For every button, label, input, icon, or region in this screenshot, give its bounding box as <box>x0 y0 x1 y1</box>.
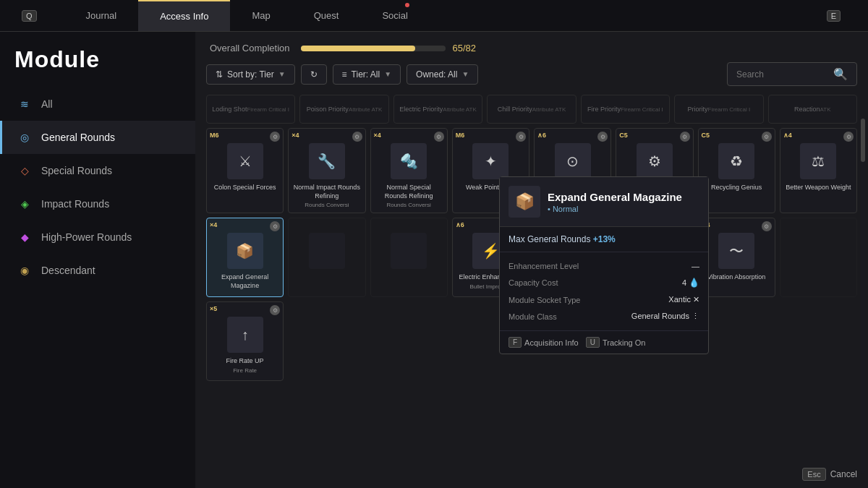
sidebar-item-special[interactable]: ◇ Special Rounds <box>0 154 195 187</box>
nav-q-key: Q <box>0 0 64 31</box>
module-name: Fire Rate UP <box>226 357 264 366</box>
tier-badge: ×4 <box>210 221 217 228</box>
completion-track <box>301 46 446 51</box>
partial-card-5[interactable]: Priority Firearm Critical I <box>674 95 763 124</box>
tier-badge: M6 <box>210 132 219 139</box>
sort-button[interactable]: ⇅ Sort by: Tier ▼ <box>206 64 295 85</box>
nav-journal[interactable]: Journal <box>64 0 139 31</box>
module-icon: ♻ <box>718 143 754 179</box>
partial-card-6[interactable]: Reaction ATK <box>768 95 857 124</box>
module-card-placeholder <box>780 218 857 297</box>
module-name: Normal Special Rounds Refining <box>375 184 443 200</box>
module-card-better-weapon-weight[interactable]: ∧4 ⚙ ⚖ Better Weapon Weight <box>780 128 857 213</box>
search-container[interactable]: 🔍 <box>727 62 857 86</box>
partial-sub-1: Attribute ATK <box>349 106 383 113</box>
gear-icon: ⚙ <box>270 132 280 142</box>
owned-arrow-icon: ▼ <box>461 70 469 78</box>
special-rounds-icon: ◇ <box>17 163 33 179</box>
tooltip-effect-value: +13% <box>593 234 616 244</box>
scrollbar-thumb[interactable] <box>861 119 865 162</box>
tooltip-row-enhancement: Enhancement Level — <box>500 258 708 274</box>
completion-bar: Overall Completion 65/82 <box>206 43 857 53</box>
module-card-impact-refining[interactable]: ×4 ⚙ 🔧 Normal Impact Rounds Refining Rou… <box>288 128 365 213</box>
module-card-expand-general-mag[interactable]: ×4 ⚙ 📦 Expand General Magazine <box>206 218 284 297</box>
filter-row: ⇅ Sort by: Tier ▼ ↻ ≡ Tier: All ▼ Owned:… <box>206 62 857 86</box>
partial-sub-5: Firearm Critical I <box>708 106 751 113</box>
partial-card-4[interactable]: Fire Priority Firearm Critical I <box>581 95 670 124</box>
search-icon[interactable]: 🔍 <box>833 67 848 81</box>
sidebar-label-all: All <box>41 98 53 110</box>
tier-arrow-icon: ▼ <box>384 70 391 78</box>
nav-access-info[interactable]: Access Info <box>138 0 230 31</box>
module-card-fire-rate-up[interactable]: ×5 ⚙ ↑ Fire Rate UP Fire Rate <box>206 301 284 381</box>
partial-card-0[interactable]: Loding Shot Firearm Critical I <box>206 95 295 124</box>
module-sub: Rounds Conversi <box>386 202 430 208</box>
module-icon: ⚙ <box>637 143 673 179</box>
module-card-vibration-absorption[interactable]: ∧4 ⚙ 〜 Vibration Absorption <box>698 218 775 297</box>
module-sub: Rounds Conversi <box>305 202 349 208</box>
module-icon: 📦 <box>227 233 263 269</box>
tier-badge: ∧6 <box>537 132 546 139</box>
content-area: Overall Completion 65/82 ⇅ Sort by: Tier… <box>195 32 868 488</box>
nav-quest[interactable]: Quest <box>292 0 361 31</box>
module-card-empty-1 <box>288 218 365 297</box>
sidebar-label-special: Special Rounds <box>41 165 112 176</box>
sort-arrow-icon: ▼ <box>278 70 286 78</box>
module-card-special-refining[interactable]: ×4 ⚙ 🔩 Normal Special Rounds Refining Ro… <box>370 128 448 213</box>
acq-key: F <box>509 337 522 348</box>
tier-filter-button[interactable]: ≡ Tier: All ▼ <box>333 64 401 85</box>
module-icon: 🔧 <box>309 143 345 179</box>
partial-card-3[interactable]: Chill Priority Attribute ATK <box>487 95 576 124</box>
search-input[interactable] <box>736 69 833 80</box>
sidebar-item-general[interactable]: ◎ General Rounds <box>0 121 195 154</box>
tooltip-footer[interactable]: F Acquisition Info U Tracking On <box>500 330 708 354</box>
tier-badge: ∧4 <box>783 132 792 139</box>
module-icon: 〜 <box>718 233 754 269</box>
tracking-button[interactable]: U Tracking On <box>586 337 646 348</box>
sidebar-item-all[interactable]: ≋ All <box>0 87 195 121</box>
module-name: Expand General Magazine <box>211 273 278 290</box>
partial-name-6: Reaction <box>794 106 820 113</box>
tooltip-module-icon: 📦 <box>509 186 540 218</box>
sidebar-item-descendant[interactable]: ◉ Descendant <box>0 254 195 287</box>
gear-icon: ⚙ <box>762 221 772 231</box>
sidebar-item-impact[interactable]: ◈ Impact Rounds <box>0 187 195 221</box>
track-key: U <box>586 337 600 348</box>
module-card-colon-special[interactable]: M6 ⚙ ⚔ Colon Special Forces <box>206 128 284 213</box>
tooltip-row-capacity: Capacity Cost 4 💧 <box>500 274 708 291</box>
acquisition-info-button[interactable]: F Acquisition Info <box>509 337 579 348</box>
empty-slot <box>391 233 427 269</box>
social-label: Social <box>382 10 407 21</box>
socket-label: Module Socket Type <box>509 296 580 304</box>
enhancement-value: — <box>692 262 699 270</box>
nav-map[interactable]: Map <box>230 0 292 31</box>
tier-icon: ≡ <box>342 69 347 80</box>
main-layout: Module ≋ All ◎ General Rounds ◇ Special … <box>0 32 868 488</box>
tier-badge: ×5 <box>210 305 217 312</box>
module-card-recycling-genius[interactable]: C5 ⚙ ♻ Recycling Genius <box>698 128 775 213</box>
partial-card-2[interactable]: Electric Priority Attribute ATK <box>393 95 482 124</box>
sidebar-label-impact: Impact Rounds <box>41 198 109 210</box>
owned-filter-button[interactable]: Owned: All ▼ <box>407 64 478 85</box>
partial-sub-2: Attribute ATK <box>443 106 477 113</box>
nav-social[interactable]: Social <box>360 0 429 31</box>
gear-icon: ⚙ <box>270 305 280 315</box>
enhancement-label: Enhancement Level <box>509 262 579 270</box>
tooltip-title-section: Expand General Magazine • Normal <box>548 191 682 213</box>
tier-badge: ×4 <box>374 132 381 139</box>
scrollbar-track[interactable] <box>861 119 865 474</box>
esc-key[interactable]: Esc <box>802 468 825 481</box>
q-key-label: Q <box>22 10 37 22</box>
tier-badge: ×4 <box>292 132 299 139</box>
sort-icon: ⇅ <box>216 69 223 80</box>
general-rounds-icon: ◎ <box>17 129 33 145</box>
impact-rounds-icon: ◈ <box>17 196 33 212</box>
module-icon: ⊙ <box>555 143 591 179</box>
social-notification-dot <box>405 3 409 7</box>
partial-card-1[interactable]: Poison Priority Attribute ATK <box>299 95 388 124</box>
module-name: Vibration Absorption <box>707 273 765 282</box>
sidebar-item-highpower[interactable]: ◆ High-Power Rounds <box>0 221 195 254</box>
empty-slot <box>309 233 345 269</box>
refresh-button[interactable]: ↻ <box>301 64 327 85</box>
access-info-label: Access Info <box>160 11 208 22</box>
